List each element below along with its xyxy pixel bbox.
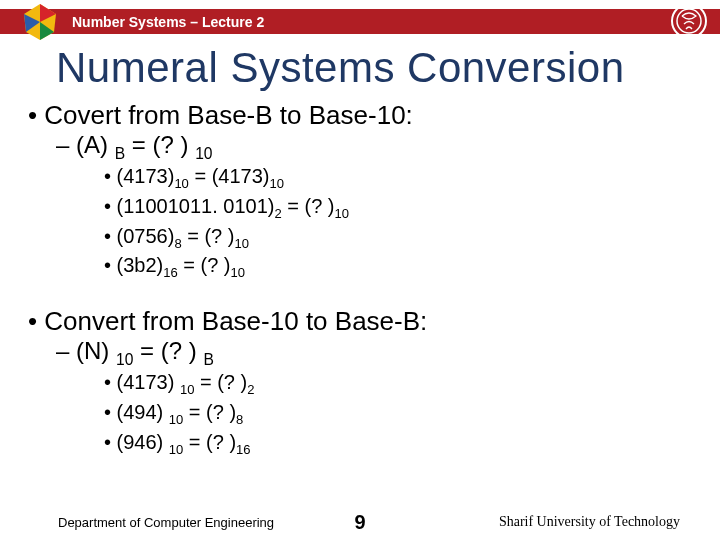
- example-sub: 10: [169, 442, 183, 457]
- list-item: (11001011. 0101)2 = (? )10: [104, 193, 720, 223]
- example-sub: 8: [174, 236, 181, 251]
- lecture-label: Number Systems – Lecture 2: [72, 14, 264, 30]
- example-text: = (? ): [178, 254, 231, 276]
- footer-department: Department of Computer Engineering: [58, 515, 274, 530]
- example-sub: 8: [236, 412, 243, 427]
- footer: Department of Computer Engineering 9 Sha…: [0, 514, 720, 530]
- formula-text: = (? ): [133, 337, 203, 364]
- list-item: (3b2)16 = (? )10: [104, 252, 720, 282]
- section1-formula: (A) B = (? ) 10: [56, 131, 720, 163]
- example-sub: 10: [174, 176, 188, 191]
- footer-university: Sharif University of Technology: [499, 514, 680, 530]
- list-item: (0756)8 = (? )10: [104, 223, 720, 253]
- formula-text: (N): [76, 337, 116, 364]
- example-text: (4173): [117, 371, 180, 393]
- example-sub: 2: [247, 382, 254, 397]
- section2-heading: Convert from Base-10 to Base-B:: [28, 306, 720, 337]
- example-text: (0756): [117, 225, 175, 247]
- formula-sub: 10: [195, 145, 212, 162]
- example-sub: 10: [231, 265, 245, 280]
- spacer: [28, 282, 720, 304]
- header-bar: Number Systems – Lecture 2: [0, 0, 720, 44]
- university-logo-icon: [670, 2, 708, 44]
- formula-text: = (? ): [125, 131, 195, 158]
- example-text: = (? ): [194, 371, 247, 393]
- formula-text: (A): [76, 131, 115, 158]
- example-sub: 10: [180, 382, 194, 397]
- example-text: = (? ): [282, 195, 335, 217]
- example-sub: 10: [269, 176, 283, 191]
- formula-sub: B: [203, 351, 213, 368]
- formula-sub: 10: [116, 351, 133, 368]
- list-item: (946) 10 = (? )16: [104, 429, 720, 459]
- header-banner: Number Systems – Lecture 2: [0, 9, 720, 34]
- example-text: (3b2): [117, 254, 164, 276]
- example-text: (494): [117, 401, 169, 423]
- example-text: (4173): [117, 165, 175, 187]
- list-item: (494) 10 = (? )8: [104, 399, 720, 429]
- list-item: (4173) 10 = (? )2: [104, 369, 720, 399]
- slide-title: Numeral Systems Conversion: [56, 44, 720, 92]
- example-sub: 10: [169, 412, 183, 427]
- example-sub: 10: [234, 236, 248, 251]
- section2-formula: (N) 10 = (? ) B: [56, 337, 720, 369]
- content-area: Covert from Base-B to Base-10: (A) B = (…: [28, 100, 720, 459]
- example-text: = (? ): [183, 401, 236, 423]
- example-sub: 16: [236, 442, 250, 457]
- example-sub: 10: [335, 206, 349, 221]
- example-text: = (? ): [183, 431, 236, 453]
- list-item: (4173)10 = (4173)10: [104, 163, 720, 193]
- example-sub: 16: [163, 265, 177, 280]
- formula-sub: B: [115, 145, 125, 162]
- example-text: = (4173): [189, 165, 270, 187]
- page-number: 9: [354, 511, 365, 534]
- department-logo-icon: [18, 2, 62, 46]
- example-text: (946): [117, 431, 169, 453]
- example-sub: 2: [274, 206, 281, 221]
- example-text: = (? ): [182, 225, 235, 247]
- example-text: (11001011. 0101): [117, 195, 275, 217]
- section1-heading: Covert from Base-B to Base-10:: [28, 100, 720, 131]
